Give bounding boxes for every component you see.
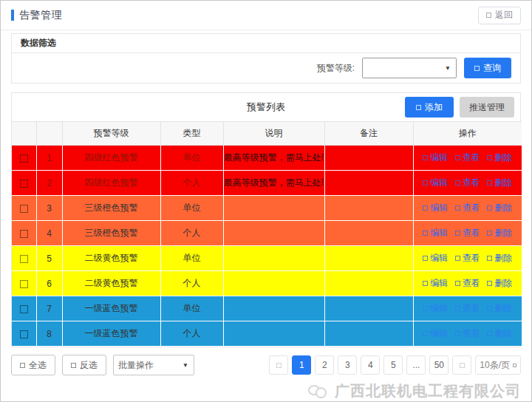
page-button[interactable]: 2 — [315, 355, 334, 375]
row-checkbox-cell — [12, 271, 36, 296]
view-icon — [455, 256, 460, 261]
row-checkbox[interactable] — [20, 330, 28, 338]
table-row: 7 一级蓝色预警 单位 编辑 查看 删除 — [12, 296, 522, 321]
page-footer: 广西北联机电工程有限公司 — [11, 381, 521, 401]
add-button[interactable]: 添加 — [405, 97, 454, 117]
view-link[interactable]: 查看 — [455, 277, 480, 290]
view-icon — [455, 306, 460, 311]
back-button[interactable]: 返回 — [478, 7, 521, 24]
view-link[interactable]: 查看 — [455, 252, 480, 265]
row-checkbox[interactable] — [20, 154, 28, 163]
view-link[interactable]: 查看 — [455, 327, 480, 340]
row-description — [223, 271, 324, 296]
row-number: 1 — [36, 146, 62, 171]
edit-link[interactable]: 编辑 — [423, 202, 448, 214]
row-operations: 编辑 查看 删除 — [413, 171, 522, 196]
row-checkbox[interactable] — [20, 305, 28, 313]
row-checkbox-cell — [12, 171, 36, 196]
page-ellipsis-button[interactable]: ... — [406, 355, 426, 375]
prev-page-button[interactable] — [269, 355, 288, 375]
delete-link[interactable]: 删除 — [487, 277, 512, 290]
row-description: 最高等级预警，需马上处理 — [223, 171, 324, 196]
view-link[interactable]: 查看 — [455, 202, 480, 214]
push-management-button[interactable]: 推送管理 — [460, 97, 514, 117]
view-icon — [455, 155, 460, 160]
delete-link[interactable]: 删除 — [487, 151, 512, 164]
row-checkbox[interactable] — [20, 205, 28, 213]
view-icon — [455, 331, 460, 336]
pagination: 12345...50 10条/页 — [269, 355, 521, 375]
delete-link[interactable]: 删除 — [487, 177, 512, 189]
col-remark: 备注 — [324, 122, 413, 146]
row-checkbox[interactable] — [20, 280, 28, 288]
delete-link[interactable]: 删除 — [487, 227, 512, 239]
view-link[interactable]: 查看 — [455, 151, 480, 164]
row-warning-level: 二级黄色预警 — [62, 271, 160, 296]
select-all-label: 全选 — [29, 359, 47, 372]
page-size-select[interactable]: 10条/页 — [475, 355, 521, 375]
row-type: 个人 — [160, 221, 223, 246]
row-checkbox[interactable] — [20, 180, 28, 188]
row-warning-level: 四级红色预警 — [62, 146, 160, 171]
filter-panel-title: 数据筛选 — [12, 34, 520, 53]
company-name: 广西北联机电工程有限公司 — [335, 381, 521, 401]
page-button[interactable]: 1 — [292, 355, 311, 375]
view-icon — [455, 180, 460, 185]
page-title: 告警管理 — [19, 9, 62, 22]
edit-link[interactable]: 编辑 — [423, 151, 448, 164]
page-button[interactable]: 4 — [361, 355, 380, 375]
row-warning-level: 二级黄色预警 — [62, 246, 160, 271]
row-checkbox[interactable] — [20, 230, 28, 238]
page-button[interactable]: 3 — [338, 355, 357, 375]
row-type: 单位 — [160, 296, 223, 321]
view-link[interactable]: 查看 — [455, 177, 480, 189]
warning-level-select[interactable] — [362, 58, 457, 78]
page-button[interactable]: 50 — [429, 355, 449, 375]
delete-icon — [487, 155, 492, 160]
warning-level-select-wrap: ▼ — [362, 58, 457, 78]
row-operations: 编辑 查看 删除 — [413, 146, 522, 171]
delete-icon — [487, 205, 492, 211]
row-number: 3 — [36, 196, 62, 221]
edit-link[interactable]: 编辑 — [423, 252, 448, 265]
delete-link[interactable]: 删除 — [487, 202, 512, 214]
edit-link[interactable]: 编辑 — [423, 227, 448, 239]
page-button[interactable]: 5 — [383, 355, 403, 375]
row-remark — [324, 196, 413, 221]
row-type: 单位 — [160, 196, 223, 221]
select-all-button[interactable]: 全选 — [11, 355, 55, 375]
row-remark — [324, 271, 413, 296]
prev-page-icon — [276, 363, 282, 368]
next-page-button[interactable] — [452, 355, 471, 375]
edit-link[interactable]: 编辑 — [423, 302, 448, 315]
pagination-pages: 12345...50 — [292, 355, 449, 375]
delete-link[interactable]: 删除 — [487, 302, 512, 315]
delete-icon — [487, 231, 492, 236]
view-link[interactable]: 查看 — [455, 227, 480, 239]
view-link[interactable]: 查看 — [455, 302, 480, 315]
view-icon — [455, 231, 460, 236]
edit-icon — [423, 231, 428, 236]
delete-link[interactable]: 删除 — [487, 252, 512, 265]
row-remark — [324, 296, 413, 321]
invert-selection-button[interactable]: 反选 — [62, 355, 106, 375]
edit-link[interactable]: 编辑 — [423, 327, 448, 340]
invert-selection-icon — [71, 363, 76, 368]
delete-link[interactable]: 删除 — [487, 327, 512, 340]
edit-link[interactable]: 编辑 — [423, 177, 448, 189]
row-checkbox[interactable] — [20, 255, 28, 263]
query-button-label: 查询 — [483, 62, 501, 75]
table-row: 3 三级橙色预警 单位 编辑 查看 删除 — [12, 196, 522, 221]
col-warning-level: 预警等级 — [62, 122, 160, 146]
add-button-label: 添加 — [425, 101, 443, 114]
row-checkbox-cell — [12, 321, 36, 347]
col-operation: 操作 — [413, 122, 522, 146]
query-button[interactable]: 查询 — [464, 58, 511, 78]
edit-icon — [423, 180, 428, 185]
next-page-icon — [460, 363, 465, 368]
edit-link[interactable]: 编辑 — [423, 277, 448, 290]
row-description — [223, 296, 324, 321]
row-remark — [324, 246, 413, 271]
batch-operation-select[interactable]: 批量操作 — [113, 355, 194, 375]
col-index — [36, 122, 62, 146]
